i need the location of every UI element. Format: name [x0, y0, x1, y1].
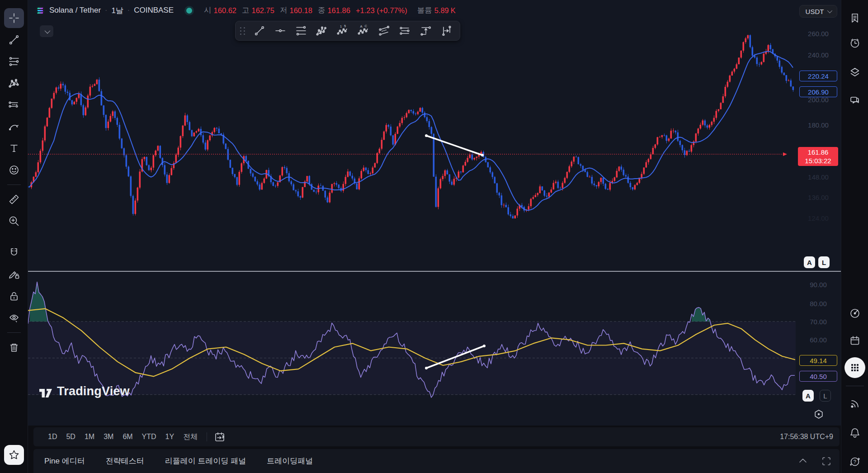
tradingview-watermark: TradingView — [39, 384, 130, 398]
horizontal-line-button[interactable] — [270, 22, 291, 39]
pane-resize-handle[interactable] — [28, 271, 841, 272]
currency-dropdown[interactable]: USDT — [799, 5, 837, 18]
alarm-clock-icon — [849, 37, 861, 49]
brush-tool-button[interactable] — [4, 117, 24, 137]
chart-region[interactable]: Solana / Tether · 1날 · COINBASE 시 160.62… — [28, 0, 841, 426]
fib-retracement-button[interactable] — [291, 22, 311, 39]
price-axis-tick: 136.00 — [797, 194, 840, 201]
fullscreen-icon — [821, 455, 832, 467]
timeframe-1d[interactable]: 1D — [43, 431, 61, 443]
timeframe-전체[interactable]: 전체 — [179, 430, 202, 444]
timeframe-ytd[interactable]: YTD — [137, 431, 161, 443]
goto-date-button[interactable] — [212, 428, 228, 445]
timeframe-1y[interactable]: 1Y — [161, 431, 179, 443]
interval-label[interactable]: 1날 — [111, 5, 123, 16]
exchange-label[interactable]: COINBASE — [134, 6, 174, 15]
price-range-button[interactable] — [415, 22, 436, 39]
chat-button[interactable] — [845, 90, 865, 110]
symbol-name[interactable]: Solana / Tether — [49, 6, 101, 15]
news-feed-button[interactable] — [845, 394, 865, 414]
flat-channel-button[interactable] — [395, 22, 415, 39]
horizontal-lines-tool-button[interactable] — [4, 52, 24, 71]
lock-all-drawings-button[interactable] — [4, 286, 24, 306]
text-tool-button[interactable] — [4, 138, 24, 158]
main-log-scale-button[interactable]: L — [818, 256, 830, 268]
drag-handle[interactable] — [240, 27, 245, 35]
tab-trading-panel[interactable]: 트레이딩패널 — [267, 456, 313, 466]
price-axis-tick: 124.00 — [797, 214, 840, 222]
emoji-tool-button[interactable] — [4, 160, 24, 180]
timeframe-3m[interactable]: 3M — [99, 431, 118, 443]
price-axis-tick: 148.00 — [797, 173, 840, 181]
timeframe-1m[interactable]: 1M — [80, 431, 99, 443]
bell-icon — [849, 427, 861, 439]
chevron-down-icon — [44, 28, 50, 33]
stay-in-drawing-mode-button[interactable] — [4, 265, 24, 284]
price-chart-canvas[interactable] — [28, 0, 841, 426]
left-drawing-toolbar — [0, 0, 28, 473]
close-value: 161.86 — [327, 6, 350, 15]
date-range-button[interactable] — [436, 22, 457, 39]
remove-drawings-button[interactable] — [4, 337, 24, 357]
ma-value-label: 206.90 — [799, 86, 837, 97]
timeframe-5d[interactable]: 5D — [61, 431, 80, 443]
rsi-auto-scale-button[interactable]: A — [802, 390, 814, 402]
trend-line-button[interactable] — [249, 22, 270, 39]
zoom-in-tool-button[interactable] — [4, 211, 24, 231]
divider — [207, 432, 207, 441]
tab-pine-editor[interactable]: Pine 에디터 — [44, 456, 85, 466]
price-axis-tick: 260.00 — [797, 30, 840, 38]
main-auto-scale-button[interactable]: A — [804, 256, 815, 268]
rsi-value-label: 40.50 — [799, 371, 837, 382]
clock-display[interactable]: 17:56:38 UTC+9 — [780, 433, 833, 441]
rsi-settings-gear-icon[interactable] — [813, 408, 825, 420]
watchlist-button[interactable] — [845, 8, 865, 28]
magnet-mode-button[interactable] — [4, 243, 24, 263]
market-open-dot — [186, 8, 192, 14]
long-position-tool-button[interactable] — [4, 95, 24, 115]
object-tree-button[interactable] — [845, 62, 865, 82]
flat-channel-icon — [399, 25, 411, 37]
apps-grid-button[interactable] — [844, 357, 865, 378]
tab-replay-trading-panel[interactable]: 리플레이 트레이딩 패널 — [165, 456, 246, 466]
fullscreen-button[interactable] — [821, 455, 832, 467]
alerts-button[interactable] — [845, 33, 865, 53]
crosshair-tool-button[interactable] — [4, 8, 24, 28]
tab-strategy-tester[interactable]: 전략테스터 — [106, 456, 144, 466]
xabcd-pattern-button[interactable] — [311, 22, 332, 39]
xabcd-pattern-tool-button[interactable] — [4, 73, 24, 93]
elliott-impulse-button[interactable]: 15 — [332, 22, 353, 39]
price-range-icon — [420, 25, 432, 37]
brush-icon — [8, 121, 20, 132]
date-range-icon — [441, 25, 453, 37]
price-axis-tick: 240.00 — [797, 51, 840, 59]
rsi-axis-tick: 70.00 — [797, 318, 840, 326]
trend-line-tool-button[interactable] — [4, 30, 24, 50]
calendar-button[interactable] — [845, 331, 865, 350]
horizontal-line-icon — [274, 25, 286, 37]
star-icon — [8, 449, 20, 461]
screener-button[interactable] — [845, 303, 865, 323]
text-icon — [8, 142, 20, 154]
timeframe-6m[interactable]: 6M — [118, 431, 137, 443]
measure-tool-button[interactable] — [4, 189, 24, 209]
ohlc-readout: 시 160.62 고 162.75 저 160.18 종 161.86 +1.2… — [204, 5, 456, 15]
elliott-correction-button[interactable]: AC — [353, 22, 374, 39]
right-sidebar: ? — [841, 0, 868, 473]
hide-drawings-button[interactable] — [4, 308, 24, 328]
rsi-log-scale-button[interactable]: L — [820, 390, 831, 402]
panel-collapse-button[interactable] — [797, 455, 809, 467]
pane-collapse-button[interactable] — [40, 25, 53, 37]
help-button[interactable]: ? — [845, 451, 865, 471]
bar-countdown: 15:03:22 — [805, 156, 831, 165]
rsi-axis-tick: 90.00 — [797, 281, 840, 289]
eye-icon — [8, 312, 20, 324]
elliott-impulse-icon: 15 — [337, 25, 349, 37]
high-value: 162.75 — [252, 6, 274, 15]
long-position-icon — [8, 99, 20, 111]
notifications-button[interactable] — [845, 423, 865, 443]
favorites-button[interactable] — [4, 445, 24, 465]
trash-icon — [8, 341, 20, 353]
trend-line-icon — [8, 34, 20, 46]
parallel-channel-button[interactable] — [374, 22, 395, 39]
